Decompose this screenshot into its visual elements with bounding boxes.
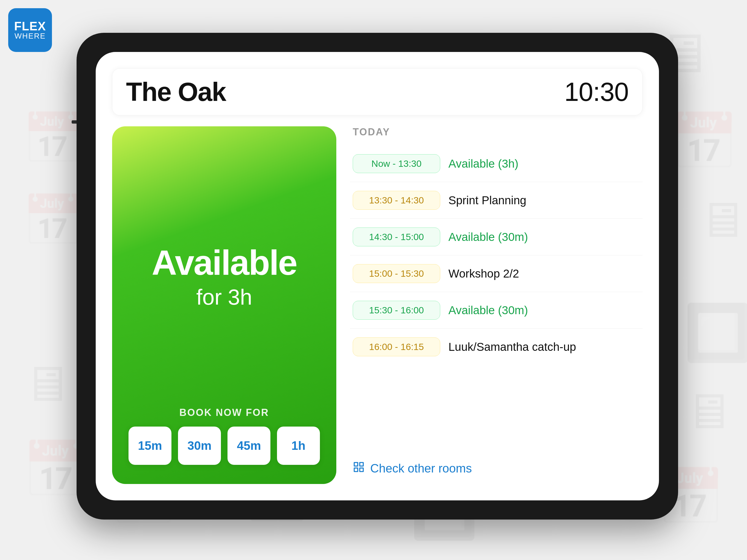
schedule-event-3: Workshop 2/2 [448, 267, 519, 280]
schedule-time-5: 16:00 - 16:15 [353, 337, 440, 356]
flexwhere-logo: FLEX WHERE [8, 8, 52, 52]
check-rooms-label: Check other rooms [370, 462, 472, 475]
schedule-item-4: 15:30 - 16:00 Available (30m) [350, 292, 643, 329]
logo-flex: FLEX [14, 20, 46, 32]
svg-rect-0 [354, 463, 358, 466]
schedule-item-3: 15:00 - 15:30 Workshop 2/2 [350, 255, 643, 292]
schedule-item-0: Now - 13:30 Available (3h) [350, 146, 643, 182]
book-label: BOOK NOW FOR [129, 407, 320, 418]
schedule-item-5: 16:00 - 16:15 Luuk/Samantha catch-up [350, 329, 643, 365]
schedule-event-0: Available (3h) [448, 157, 518, 170]
availability-panel: Available for 3h BOOK NOW FOR 15m 30m 45… [112, 126, 336, 484]
ipad-frame: The Oak 10:30 Available for 3h BOOK NOW … [77, 33, 678, 519]
book-45m-button[interactable]: 45m [228, 427, 271, 465]
book-1h-button[interactable]: 1h [277, 427, 320, 465]
book-30m-button[interactable]: 30m [178, 427, 221, 465]
header-bar: The Oak 10:30 [112, 68, 643, 116]
available-status-text: Available [152, 245, 297, 280]
availability-status: Available for 3h [152, 148, 297, 407]
schedule-item-1: 13:30 - 14:30 Sprint Planning [350, 182, 643, 219]
svg-rect-1 [360, 463, 363, 466]
room-name: The Oak [126, 77, 226, 107]
current-time: 10:30 [564, 77, 628, 107]
schedule-time-0: Now - 13:30 [353, 154, 440, 173]
schedule-time-2: 14:30 - 15:00 [353, 228, 440, 246]
today-label: TODAY [350, 126, 643, 138]
schedule-panel: TODAY Now - 13:30 Available (3h) 13:30 -… [350, 126, 643, 484]
book-buttons: 15m 30m 45m 1h [129, 427, 320, 465]
schedule-time-4: 15:30 - 16:00 [353, 301, 440, 320]
svg-rect-3 [360, 468, 363, 472]
ipad-screen: The Oak 10:30 Available for 3h BOOK NOW … [96, 52, 659, 501]
book-15m-button[interactable]: 15m [129, 427, 172, 465]
schedule-item-2: 14:30 - 15:00 Available (30m) [350, 219, 643, 255]
schedule-event-5: Luuk/Samantha catch-up [448, 340, 576, 354]
schedule-time-3: 15:00 - 15:30 [353, 264, 440, 283]
schedule-event-4: Available (30m) [448, 304, 528, 317]
schedule-event-1: Sprint Planning [448, 194, 526, 207]
available-duration-text: for 3h [196, 285, 252, 310]
rooms-grid-icon [353, 461, 365, 476]
check-other-rooms-button[interactable]: Check other rooms [350, 453, 643, 484]
svg-rect-2 [354, 468, 358, 472]
schedule-time-1: 13:30 - 14:30 [353, 191, 440, 210]
book-section: BOOK NOW FOR 15m 30m 45m 1h [129, 407, 320, 465]
schedule-event-2: Available (30m) [448, 230, 528, 244]
schedule-list: Now - 13:30 Available (3h) 13:30 - 14:30… [350, 146, 643, 453]
logo-where: WHERE [15, 32, 46, 40]
